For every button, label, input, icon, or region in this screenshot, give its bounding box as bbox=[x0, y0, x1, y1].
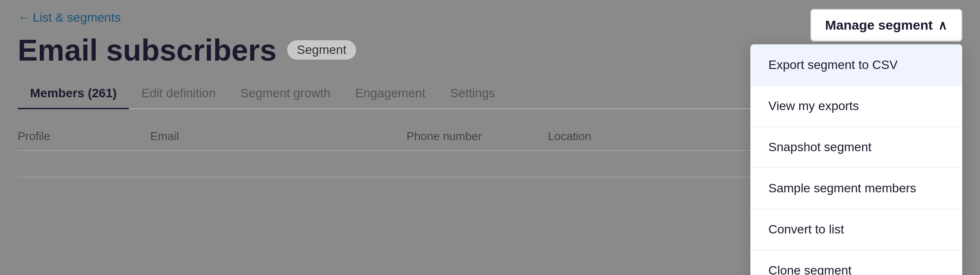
segment-badge: Segment bbox=[287, 40, 356, 60]
page-title: Email subscribers bbox=[18, 34, 277, 67]
tab-engagement[interactable]: Engagement bbox=[343, 79, 438, 108]
menu-item-export-csv[interactable]: Export segment to CSV bbox=[751, 45, 962, 86]
column-profile: Profile bbox=[18, 130, 141, 143]
column-phone: Phone number bbox=[406, 130, 548, 143]
chevron-up-icon: ∧ bbox=[938, 18, 947, 33]
menu-item-clone-segment[interactable]: Clone segment bbox=[751, 250, 962, 275]
menu-item-sample-members[interactable]: Sample segment members bbox=[751, 168, 962, 209]
dropdown-area: Manage segment ∧ Export segment to CSV V… bbox=[810, 9, 962, 42]
menu-item-view-exports[interactable]: View my exports bbox=[751, 86, 962, 127]
back-arrow-icon: ← bbox=[18, 11, 30, 25]
tab-segment-growth[interactable]: Segment growth bbox=[228, 79, 343, 108]
menu-item-snapshot-segment[interactable]: Snapshot segment bbox=[751, 127, 962, 168]
manage-segment-dropdown: Export segment to CSV View my exports Sn… bbox=[750, 44, 962, 275]
manage-segment-button[interactable]: Manage segment ∧ bbox=[810, 9, 962, 42]
column-location: Location bbox=[548, 130, 680, 143]
manage-segment-label: Manage segment bbox=[825, 18, 933, 33]
tab-edit-definition[interactable]: Edit definition bbox=[129, 79, 228, 108]
back-link-label: List & segments bbox=[33, 11, 121, 25]
back-link[interactable]: ← List & segments bbox=[18, 11, 121, 25]
menu-item-convert-to-list[interactable]: Convert to list bbox=[751, 209, 962, 250]
tab-settings[interactable]: Settings bbox=[438, 79, 507, 108]
tab-members[interactable]: Members (261) bbox=[18, 79, 129, 108]
column-email: Email bbox=[141, 130, 406, 143]
